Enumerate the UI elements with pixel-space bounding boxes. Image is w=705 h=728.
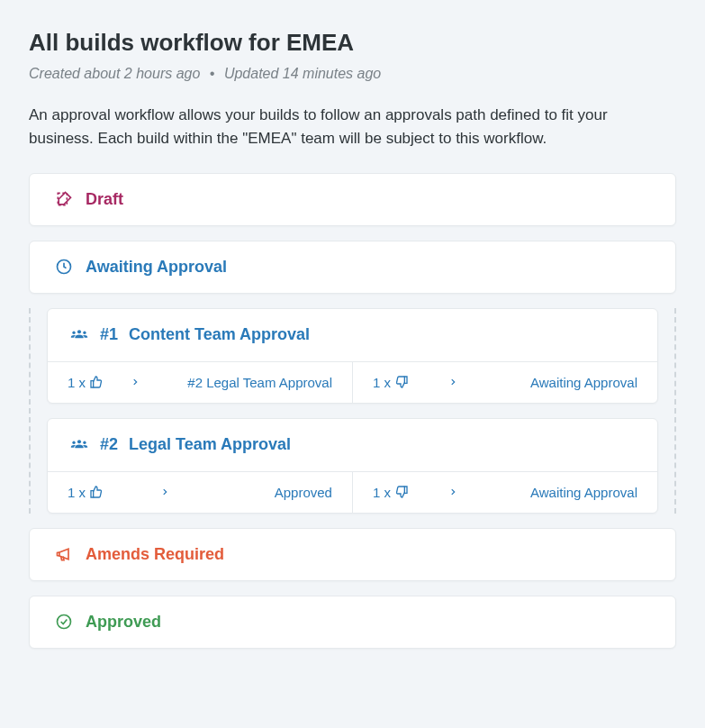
stage-number: #2: [100, 435, 118, 454]
stage-name: Legal Team Approval: [129, 435, 291, 454]
updated-time: Updated 14 minutes ago: [224, 66, 381, 81]
state-awaiting-card[interactable]: Awaiting Approval: [29, 241, 676, 294]
reject-destination: Awaiting Approval: [530, 485, 637, 500]
stage-approve-path[interactable]: 1 x Approved: [48, 472, 352, 513]
meta-separator: •: [210, 66, 215, 81]
stage-approve-path[interactable]: 1 x #2 Legal Team Approval: [48, 362, 352, 403]
state-amends-label: Amends Required: [86, 545, 224, 564]
approve-count: 1 x: [68, 485, 86, 500]
stage-number: #1: [100, 325, 118, 344]
thumbs-down-icon: [394, 485, 409, 499]
state-approved-card[interactable]: Approved: [29, 596, 676, 649]
thumbs-up-icon: [89, 485, 104, 499]
created-time: Created about 2 hours ago: [29, 66, 200, 81]
approve-destination: #2 Legal Team Approval: [187, 375, 332, 390]
chevron-right-icon: [448, 487, 457, 496]
megaphone-icon: [55, 545, 73, 563]
approve-count: 1 x: [68, 375, 86, 390]
state-amends-card[interactable]: Amends Required: [29, 528, 676, 581]
draft-icon: [55, 190, 73, 208]
state-draft-label: Draft: [86, 190, 123, 209]
svg-point-7: [58, 615, 71, 629]
thumbs-down-icon: [394, 375, 409, 389]
state-approved-label: Approved: [86, 613, 161, 632]
clock-icon: [55, 258, 73, 276]
svg-point-4: [77, 440, 81, 443]
stage-name: Content Team Approval: [129, 325, 310, 344]
chevron-right-icon: [448, 378, 457, 387]
groups-icon: [69, 435, 89, 455]
stage-card-1[interactable]: #1 Content Team Approval 1 x #2 Le: [47, 308, 658, 404]
approve-destination: Approved: [275, 485, 332, 500]
chevron-right-icon: [131, 378, 140, 387]
page-meta: Created about 2 hours ago • Updated 14 m…: [29, 66, 676, 82]
stage-card-2[interactable]: #2 Legal Team Approval 1 x Approve: [47, 418, 658, 514]
workflow-description: An approval workflow allows your builds …: [29, 104, 676, 151]
thumbs-up-icon: [89, 375, 104, 389]
svg-point-2: [72, 331, 75, 333]
check-circle-icon: [55, 613, 73, 631]
svg-point-5: [72, 441, 75, 443]
stage-reject-path[interactable]: 1 x Awaiting Approval: [352, 472, 657, 513]
svg-point-6: [83, 441, 86, 443]
svg-point-3: [83, 331, 86, 333]
groups-icon: [69, 325, 89, 345]
reject-destination: Awaiting Approval: [530, 375, 637, 390]
svg-point-1: [77, 330, 81, 333]
page-title: All builds workflow for EMEA: [29, 29, 676, 57]
state-awaiting-label: Awaiting Approval: [86, 258, 227, 277]
stages-container: #1 Content Team Approval 1 x #2 Le: [29, 308, 676, 514]
stage-reject-path[interactable]: 1 x Awaiting Approval: [352, 362, 657, 403]
state-draft-card[interactable]: Draft: [29, 173, 676, 226]
chevron-right-icon: [160, 487, 169, 496]
reject-count: 1 x: [373, 485, 391, 500]
reject-count: 1 x: [373, 375, 391, 390]
